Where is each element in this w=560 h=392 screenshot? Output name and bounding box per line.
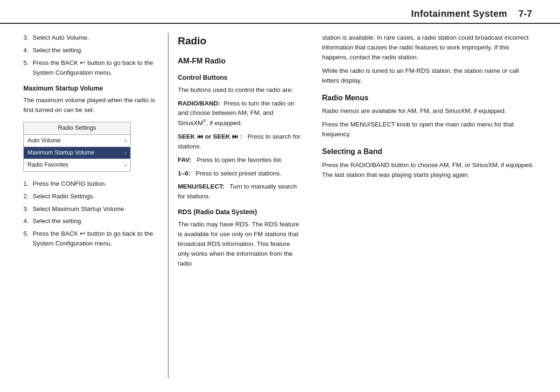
radio-menus-heading: Radio Menus <box>322 92 537 104</box>
selecting-band-text: Press the RADIO/BAND button to choose AM… <box>322 161 537 180</box>
list-item: 2. Select Radio Settings. <box>23 192 159 202</box>
selecting-band-heading: Selecting a Band <box>322 146 537 158</box>
list-content: Select the setting. <box>33 46 159 56</box>
list-num: 3. <box>23 33 33 43</box>
radio-band-label: RADIO/BAND: <box>178 100 220 107</box>
rds-continued-text: station is available. In rare cases, a r… <box>322 33 537 63</box>
fm-rds-text: While the radio is tuned to an FM-RDS st… <box>322 66 537 86</box>
list-num: 5. <box>23 229 33 249</box>
radio-menus-text2: Press the MENU/SELECT knob to open the m… <box>322 120 537 140</box>
rds-heading: RDS (Radio Data System) <box>178 207 303 217</box>
list-item: 3. Select Maximum Startup Volume. <box>23 204 159 214</box>
list-content: Press the CONFIG button. <box>33 179 159 189</box>
list-item: 4. Select the setting. <box>23 217 159 226</box>
row-label: Auto Volume <box>28 136 61 145</box>
page-container: Infotainment System 7-7 3. Select Auto V… <box>0 0 560 392</box>
header-title: Infotainment System <box>411 8 507 19</box>
row-arrow: › <box>125 137 126 145</box>
right-column: station is available. In rare cases, a r… <box>313 33 537 378</box>
list-num: 2. <box>23 192 33 202</box>
am-fm-heading: AM-FM Radio <box>178 56 303 67</box>
max-startup-heading: Maximum Startup Volume <box>23 84 159 94</box>
row-arrow: › <box>125 149 126 157</box>
menu-select-label: MENU/SELECT: <box>178 183 224 190</box>
seek-control: SEEK ⏮ or SEEK ⏭ : Press to search for s… <box>178 132 303 152</box>
table-row-highlighted: Maximum Startup Volume › <box>24 147 130 159</box>
seek-label: SEEK ⏮ or SEEK ⏭ : <box>178 133 242 140</box>
rds-text: The radio may have RDS. The RDS feature … <box>178 220 303 269</box>
menu-select-control: MENU/SELECT: Turn to manually search for… <box>178 182 303 202</box>
list-content: Select Auto Volume. <box>33 33 159 43</box>
content-area: 3. Select Auto Volume. 4. Select the set… <box>0 24 560 388</box>
list-item: 4. Select the setting. <box>23 46 159 56</box>
preset-control: 1–6: Press to select preset stations. <box>178 169 303 179</box>
list-num: 3. <box>23 204 33 214</box>
control-buttons-heading: Control Buttons <box>178 73 303 83</box>
control-intro: The buttons used to control the radio ar… <box>178 85 303 95</box>
radio-menus-text1: Radio menus are available for AM, FM, an… <box>322 106 537 116</box>
table-title: Radio Settings <box>24 122 130 134</box>
list-item: 5. Press the BACK ↩ button to go back to… <box>23 58 159 78</box>
list-num: 1. <box>23 179 33 189</box>
header-page-num: 7-7 <box>518 8 532 19</box>
radio-band-control: RADIO/BAND: Press to turn the radio on a… <box>178 99 303 128</box>
left-column: 3. Select Auto Volume. 4. Select the set… <box>23 33 168 378</box>
table-row: Auto Volume › <box>24 135 130 147</box>
list-num: 4. <box>23 217 33 226</box>
list-num: 4. <box>23 46 33 56</box>
table-row: Radio Favorites › <box>24 159 130 171</box>
max-startup-text: The maximum volume played when the radio… <box>23 96 159 115</box>
list-content: Select the setting. <box>33 217 159 226</box>
list-content: Select Maximum Startup Volume. <box>33 204 159 214</box>
list-item: 5. Press the BACK ↩ button to go back to… <box>23 229 159 249</box>
list-content: Press the BACK ↩ button to go back to th… <box>33 229 159 249</box>
middle-column: Radio AM-FM Radio Control Buttons The bu… <box>168 33 313 378</box>
list-item: 3. Select Auto Volume. <box>23 33 159 43</box>
fav-label: FAV: <box>178 156 191 163</box>
row-arrow: › <box>125 161 126 169</box>
preset-label: 1–6: <box>178 170 190 177</box>
radio-settings-table: Radio Settings Auto Volume › Maximum Sta… <box>23 122 131 172</box>
page-header: Infotainment System 7-7 <box>0 0 560 24</box>
list-content: Select Radio Settings. <box>33 192 159 202</box>
list-num: 5. <box>23 58 33 78</box>
row-label-highlighted: Maximum Startup Volume <box>28 148 94 157</box>
list-item: 1. Press the CONFIG button. <box>23 179 159 189</box>
list-content: Press the BACK ↩ button to go back to th… <box>33 58 159 78</box>
row-label: Radio Favorites <box>28 161 69 169</box>
fav-control: FAV: Press to open the favorites list. <box>178 155 303 165</box>
radio-main-heading: Radio <box>178 33 303 49</box>
